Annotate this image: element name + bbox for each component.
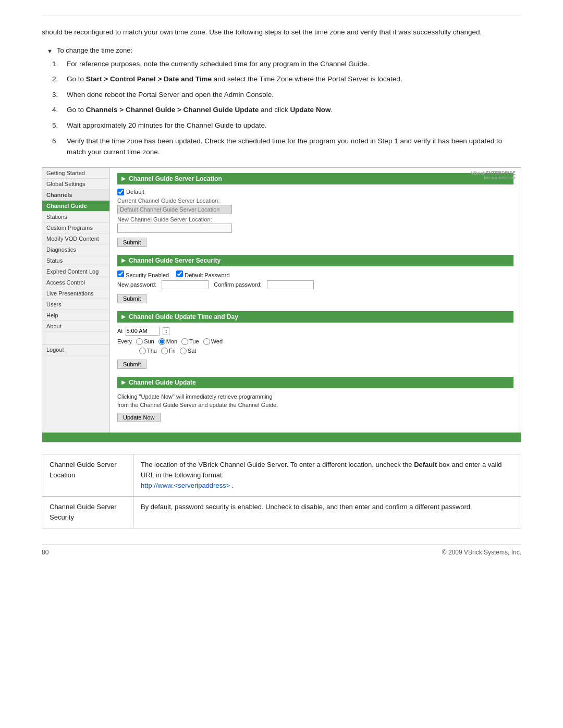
sidebar-item-logout[interactable]: Logout — [42, 344, 109, 355]
step-text: Go to Start > Control Panel > Date and T… — [67, 73, 521, 85]
sidebar-item-stations[interactable]: Stations — [42, 212, 109, 223]
step-bold: Start > Control Panel > Date and Time — [86, 75, 212, 83]
sidebar-item-about[interactable]: About — [42, 321, 109, 332]
step-4: 4. Go to Channels > Channel Guide > Chan… — [52, 104, 521, 116]
day-tue-radio[interactable] — [181, 338, 188, 345]
time-input[interactable] — [126, 327, 160, 336]
server-location-submit-button[interactable]: Submit — [117, 238, 146, 247]
update-description: Clicking "Update Now" will immediately r… — [117, 392, 513, 410]
default-label: Default — [126, 189, 144, 195]
sidebar-item-modify-vod[interactable]: Modify VOD Content — [42, 233, 109, 244]
day-fri-label: Fri — [161, 348, 176, 354]
update-time-submit-button[interactable]: Submit — [117, 360, 146, 369]
main-content: VBrickENTERPRISE MEDIA SYSTEM ▶ Channel … — [110, 168, 521, 433]
current-location-input[interactable] — [117, 205, 232, 214]
step-1: 1. For reference purposes, note the curr… — [52, 58, 521, 70]
vbrick-logo-text: VBrickENTERPRISE — [471, 170, 516, 176]
section-arrow-icon: ▶ — [121, 257, 126, 263]
top-rule — [42, 16, 521, 16]
def-link: http://www.<serveripaddress> — [141, 482, 230, 489]
sidebar-item-expired-content[interactable]: Expired Content Log — [42, 266, 109, 277]
security-enabled-text: Security Enabled — [126, 272, 169, 278]
time-spin-icon[interactable]: ↕ — [163, 327, 169, 335]
description-table: Channel Guide Server Location The locati… — [42, 454, 521, 529]
sidebar-item-help[interactable]: Help — [42, 310, 109, 321]
update-time-title: Channel Guide Update Time and Day — [129, 313, 238, 320]
page-container: should be reconfigured to match your own… — [0, 0, 563, 728]
update-now-button[interactable]: Update Now — [117, 413, 161, 422]
confirm-password-input[interactable] — [267, 280, 314, 289]
step-num: 2. — [52, 73, 67, 85]
day-mon-radio[interactable] — [158, 338, 165, 345]
step-bold2: Update Now — [290, 106, 331, 114]
default-password-label: Default Password — [176, 270, 229, 278]
step-num: 5. — [52, 120, 67, 131]
default-password-text: Default Password — [185, 272, 229, 278]
time-row: At ↕ — [117, 327, 513, 336]
sidebar-item-channels[interactable]: Channels — [42, 190, 109, 201]
day-fri-radio[interactable] — [161, 348, 168, 354]
step-num: 1. — [52, 58, 67, 70]
step-num: 6. — [52, 135, 67, 158]
default-checkbox-row: Default — [117, 189, 513, 195]
security-header: ▶ Channel Guide Server Security — [117, 255, 513, 266]
desc-row-server-location: Channel Guide Server Location The locati… — [42, 454, 521, 496]
vbrick-logo-sub: MEDIA SYSTEM — [471, 176, 516, 180]
sidebar-item-channel-guide[interactable]: Channel Guide — [42, 201, 109, 212]
day-row-2: Thu Fri Sat — [117, 348, 513, 354]
term-text: Channel Guide Server Location — [50, 461, 117, 479]
step-num: 3. — [52, 89, 67, 101]
vbrick-logo: VBrickENTERPRISE MEDIA SYSTEM — [471, 170, 516, 180]
section-arrow-icon: ▶ — [121, 176, 126, 181]
desc-row-security: Channel Guide Server Security By default… — [42, 497, 521, 528]
intro-text: should be reconfigured to match your own… — [42, 27, 521, 38]
update-header: ▶ Channel Guide Update — [117, 377, 513, 388]
numbered-list: 1. For reference purposes, note the curr… — [42, 58, 521, 158]
security-enabled-label: Security Enabled — [117, 270, 169, 278]
step-text: Wait approximately 20 minutes for the Ch… — [67, 120, 521, 131]
sidebar-item-access-control[interactable]: Access Control — [42, 277, 109, 288]
at-label: At — [117, 328, 123, 334]
default-checkbox[interactable] — [117, 189, 124, 195]
section-arrow-icon: ▶ — [121, 314, 126, 319]
new-location-input[interactable] — [117, 224, 232, 233]
desc-term-security: Channel Guide Server Security — [42, 497, 133, 528]
default-password-checkbox[interactable] — [176, 270, 183, 277]
sidebar-items-group: Getting Started Global Settings Channels… — [42, 168, 109, 344]
day-thu-radio[interactable] — [139, 348, 146, 354]
sidebar-item-live-presentations[interactable]: Live Presentations — [42, 288, 109, 299]
day-sat-radio[interactable] — [180, 348, 187, 354]
sidebar-item-global-settings[interactable]: Global Settings — [42, 179, 109, 190]
day-sun-radio[interactable] — [136, 338, 143, 345]
step-text: Go to Channels > Channel Guide > Channel… — [67, 104, 521, 116]
term-text: Channel Guide Server Security — [50, 503, 117, 521]
screenshot-panel: Getting Started Global Settings Channels… — [42, 167, 521, 442]
day-wed-label: Wed — [203, 338, 223, 345]
day-wed-radio[interactable] — [203, 338, 210, 345]
day-tue-label: Tue — [181, 338, 199, 345]
sidebar-item-diagnostics[interactable]: Diagnostics — [42, 244, 109, 255]
new-password-input[interactable] — [162, 280, 209, 289]
desc-definition-security: By default, password security is enabled… — [133, 497, 521, 528]
server-location-section: ▶ Channel Guide Server Location Default … — [117, 173, 513, 250]
day-row: Every Sun Mon Tue Wed — [117, 338, 513, 345]
screenshot-inner: Getting Started Global Settings Channels… — [42, 168, 521, 433]
step-bold: Channels > Channel Guide > Channel Guide… — [86, 106, 259, 114]
new-password-label: New password: — [117, 281, 156, 288]
security-checkbox-row: Security Enabled Default Password — [117, 270, 513, 278]
day-mon-label: Mon — [158, 338, 177, 345]
sidebar-item-custom-programs[interactable]: Custom Programs — [42, 223, 109, 233]
sidebar-item-status[interactable]: Status — [42, 255, 109, 266]
security-enabled-checkbox[interactable] — [117, 270, 124, 277]
sidebar-item-users[interactable]: Users — [42, 299, 109, 310]
sidebar-item-getting-started[interactable]: Getting Started — [42, 168, 109, 179]
def-text: By default, password security is enabled… — [141, 503, 472, 511]
step-5: 5. Wait approximately 20 minutes for the… — [52, 120, 521, 131]
day-sat-label: Sat — [180, 348, 197, 354]
def-bold: Default — [414, 461, 437, 468]
def-pre: The location of the VBrick Channel Guide… — [141, 461, 414, 468]
step-3: 3. When done reboot the Portal Server an… — [52, 89, 521, 101]
security-submit-button[interactable]: Submit — [117, 294, 146, 303]
step-6: 6. Verify that the time zone has been up… — [52, 135, 521, 158]
bottom-green-bar — [42, 433, 521, 442]
